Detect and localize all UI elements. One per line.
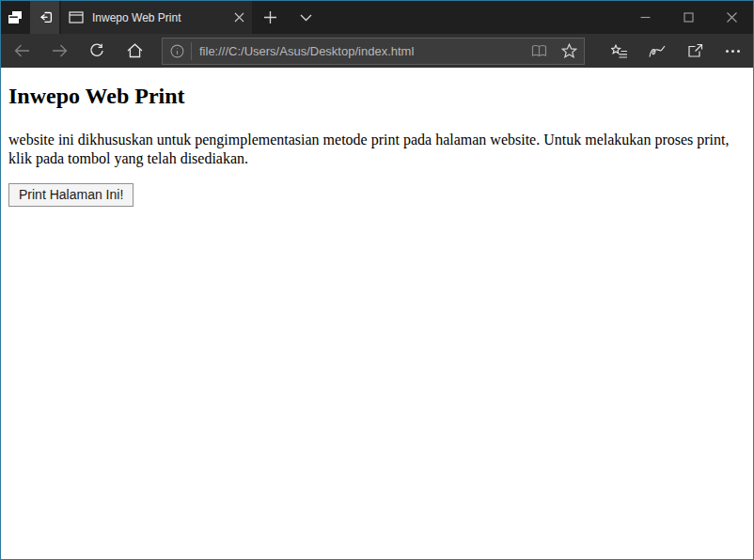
browser-tab[interactable]: Inwepo Web Print [61,1,252,34]
hub-favorites-icon [611,44,628,58]
add-favorite-button[interactable] [554,39,584,64]
info-icon [170,44,184,58]
forward-button[interactable] [40,34,78,68]
home-button[interactable] [116,34,153,68]
star-icon [561,43,577,58]
tabs-preview-button[interactable] [1,1,30,34]
address-bar[interactable]: file:///C:/Users/Asus/Desktop/index.html [162,38,585,65]
maximize-button[interactable] [667,1,710,34]
pen-icon [649,44,666,58]
refresh-button[interactable] [78,34,116,68]
navigation-bar: file:///C:/Users/Asus/Desktop/index.html [1,34,753,68]
tab-page-icon [69,11,84,23]
settings-more-button[interactable] [714,34,751,68]
print-page-button[interactable]: Print Halaman Ini! [8,183,134,207]
refresh-icon [89,43,104,58]
set-tabs-aside-icon [37,10,53,24]
share-button[interactable] [676,34,714,68]
tab-list-button[interactable] [288,1,323,34]
share-icon [687,43,703,58]
browser-window: Inwepo Web Print [0,0,754,560]
new-tab-button[interactable] [252,1,288,34]
site-info-button[interactable] [163,39,191,64]
home-icon [127,43,143,58]
titlebar: Inwepo Web Print [1,1,753,34]
close-window-button[interactable] [710,1,753,34]
minimize-icon [640,12,651,23]
back-button[interactable] [3,34,40,68]
maximize-icon [683,12,694,23]
plus-icon [263,10,277,24]
book-icon [531,44,547,57]
chevron-down-icon [300,14,312,22]
ellipsis-icon [725,49,741,54]
page-title: Inwepo Web Print [8,84,746,109]
close-icon [234,12,244,23]
page-content: Inwepo Web Print website ini dikhususkan… [1,68,753,559]
hub-button[interactable] [601,34,638,68]
window-controls [623,1,753,34]
navbar-right-actions [601,34,751,68]
minimize-button[interactable] [623,1,667,34]
web-notes-button[interactable] [638,34,676,68]
url-text[interactable]: file:///C:/Users/Asus/Desktop/index.html [192,44,524,58]
set-tabs-aside-button[interactable] [30,1,59,34]
titlebar-drag-area [323,1,623,34]
close-icon [727,12,737,23]
reading-view-button[interactable] [524,39,554,64]
tabs-preview-icon [8,10,24,24]
page-description: website ini dikhususkan untuk pengimplem… [8,131,746,167]
tab-title: Inwepo Web Print [92,11,226,24]
back-arrow-icon [14,44,30,57]
forward-arrow-icon [52,44,68,57]
tab-close-button[interactable] [234,12,244,23]
